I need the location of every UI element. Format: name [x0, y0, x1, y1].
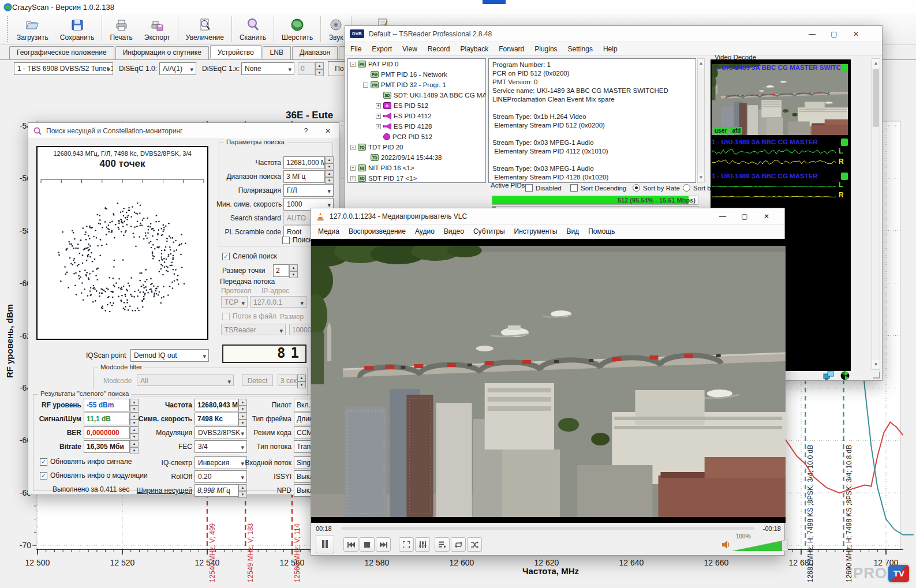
scroll-up-icon[interactable]: ▲ [698, 59, 704, 68]
update-signal-checkbox[interactable]: ✓Обновлять инфо сигнале [40, 458, 132, 466]
network-monitors-icon[interactable] [823, 371, 835, 380]
save-button[interactable]: Сохранить [54, 14, 100, 44]
stream-to-file-checkbox[interactable]: Поток в файл [222, 312, 276, 320]
update-modulation-checkbox[interactable]: ✓Обновлять инфо о модуляции [40, 471, 148, 480]
sort-by-rate-radio[interactable]: Sort by Rate [633, 184, 680, 192]
random-button[interactable] [467, 537, 482, 552]
toolbar-grip[interactable] [7, 16, 10, 42]
tree-expander[interactable]: + [350, 176, 356, 181]
tab[interactable]: Географическое положение [9, 46, 114, 59]
tree-item[interactable]: - TD TDT PID 20 [348, 142, 485, 152]
freq-spinner[interactable]: ▲▼ [325, 156, 334, 169]
port-spinner[interactable]: ▲▼ [315, 62, 324, 75]
menu-item[interactable]: Аудио [410, 226, 439, 237]
detect-interval-field[interactable]: 3 сек [278, 374, 297, 386]
tree-expander[interactable]: + [376, 103, 381, 108]
minimize-button[interactable]: — [801, 28, 823, 40]
tab[interactable]: Диапазон [292, 46, 338, 59]
tab[interactable]: LNB [263, 46, 291, 59]
fec-select[interactable]: 3/4 [195, 440, 247, 453]
rolloff-select[interactable]: 0.20 [195, 470, 247, 483]
maximize-button[interactable]: ▢ [734, 210, 756, 223]
menu-item[interactable]: Помощь [584, 226, 619, 237]
tree-item[interactable]: - PA PAT PID 0 [348, 59, 485, 69]
stop-button[interactable] [360, 537, 375, 552]
diseqc10-select[interactable]: A/A(1) [159, 62, 196, 75]
menu-item[interactable]: Record [423, 43, 455, 55]
menu-item[interactable]: Playback [455, 43, 494, 55]
tree-item[interactable]: + ES PID 4112 [348, 111, 485, 121]
print-button[interactable]: Печать [104, 14, 138, 44]
tree-item[interactable]: TD 2022/09/14 15:44:38 [348, 152, 485, 163]
seek-bar[interactable] [341, 527, 754, 530]
fullscreen-button[interactable] [399, 537, 414, 552]
diseqc1x-select[interactable]: None [241, 62, 294, 75]
tree-item[interactable]: + ES PID 4128 [348, 121, 485, 132]
tree-expander[interactable]: + [350, 166, 356, 171]
freq-field[interactable]: 12681,000 МГц [283, 156, 325, 169]
search-checkbox[interactable]: Поиск [282, 236, 312, 244]
pause-button[interactable] [316, 535, 334, 553]
tab[interactable]: Информация о спутнике [115, 46, 209, 59]
polarization-select[interactable]: Г/Л [283, 184, 334, 197]
resize-grip[interactable] [873, 372, 880, 379]
menu-item[interactable]: Plugins [529, 43, 562, 55]
help-button[interactable]: ? [295, 125, 317, 137]
tree-expander[interactable]: - [363, 83, 368, 88]
sort-descending-checkbox[interactable]: Sort Decending [570, 184, 626, 192]
menu-item[interactable]: Help [598, 43, 623, 55]
tree-expander[interactable]: + [376, 114, 381, 119]
pinwheel-status-icon[interactable] [840, 371, 850, 380]
menu-item[interactable]: Export [367, 43, 397, 55]
info-scrollbar[interactable]: ▲ ▼ [697, 58, 705, 183]
range-field[interactable]: 3 МГц [283, 170, 325, 183]
modulation-select[interactable]: DVBS2/8PSK [195, 426, 247, 439]
stream-format-select[interactable]: TSReader [221, 324, 286, 335]
scroll-up-icon[interactable]: ▲ [872, 59, 880, 68]
tree-item[interactable]: + ES PID 512 [348, 100, 485, 111]
tree-item[interactable]: PCR PID 512 [348, 132, 485, 142]
carrier-width-label[interactable]: Ширина несущей [131, 486, 192, 495]
ip-select[interactable]: 127.0.0.1 [250, 296, 306, 308]
tab[interactable]: Устройство [210, 45, 261, 58]
close-button[interactable]: ✕ [845, 28, 867, 40]
menu-item[interactable]: Медиа [313, 226, 344, 237]
tree-item[interactable]: + SD SDT PID 17 <1> [348, 173, 485, 183]
volume-slider[interactable] [732, 540, 788, 551]
playlist-button[interactable] [435, 537, 450, 552]
disabled-checkbox[interactable]: Disabled [525, 184, 562, 192]
loop-button[interactable] [451, 537, 466, 552]
close-button[interactable]: ✕ [756, 210, 777, 223]
menu-item[interactable]: Видео [439, 226, 469, 237]
modcode-select[interactable]: All [137, 374, 234, 386]
maximize-button[interactable]: ▢ [823, 28, 845, 40]
load-button[interactable]: Загрузить [11, 14, 54, 44]
next-button[interactable] [376, 537, 391, 552]
tree-expander[interactable]: - [350, 62, 356, 67]
extended-settings-button[interactable] [415, 537, 430, 552]
scroll-down-icon[interactable]: ▼ [698, 173, 704, 182]
menu-item[interactable]: File [345, 43, 367, 55]
detect-interval-spinner[interactable]: ▲▼ [297, 374, 306, 386]
tree-item[interactable]: - PM PMT PID 32 - Progr. 1 [348, 80, 485, 90]
zoom-button[interactable]: Увеличение [180, 14, 230, 44]
export-button[interactable]: Экспорт [139, 14, 176, 44]
previous-button[interactable] [343, 537, 358, 552]
blind-search-checkbox[interactable]: ✓Слепой поиск [222, 252, 277, 260]
menu-item[interactable]: Инструменты [510, 226, 562, 237]
video-decode-scrollbar[interactable]: ▲ ▼ [872, 58, 880, 370]
detect-button[interactable]: Detect [242, 374, 273, 386]
point-size-spinner[interactable]: ▲▼ [289, 264, 298, 277]
port-field[interactable]: 0 [298, 62, 315, 75]
minimize-button[interactable]: — [712, 210, 734, 223]
scan-button[interactable]: Сканить [234, 14, 272, 44]
range-spinner[interactable]: ▲▼ [325, 170, 334, 183]
menu-item[interactable]: Воспроизведение [344, 226, 410, 237]
menu-item[interactable]: View [397, 43, 423, 55]
blindscan-button[interactable]: Шерстить [276, 14, 319, 44]
tree-expander[interactable]: + [376, 124, 381, 129]
video-area[interactable] [311, 239, 786, 523]
protocol-select[interactable]: TCP [221, 296, 248, 308]
scroll-down-icon[interactable]: ▼ [872, 360, 880, 369]
tree-item[interactable]: + NI NIT PID 16 <1> [348, 163, 485, 173]
